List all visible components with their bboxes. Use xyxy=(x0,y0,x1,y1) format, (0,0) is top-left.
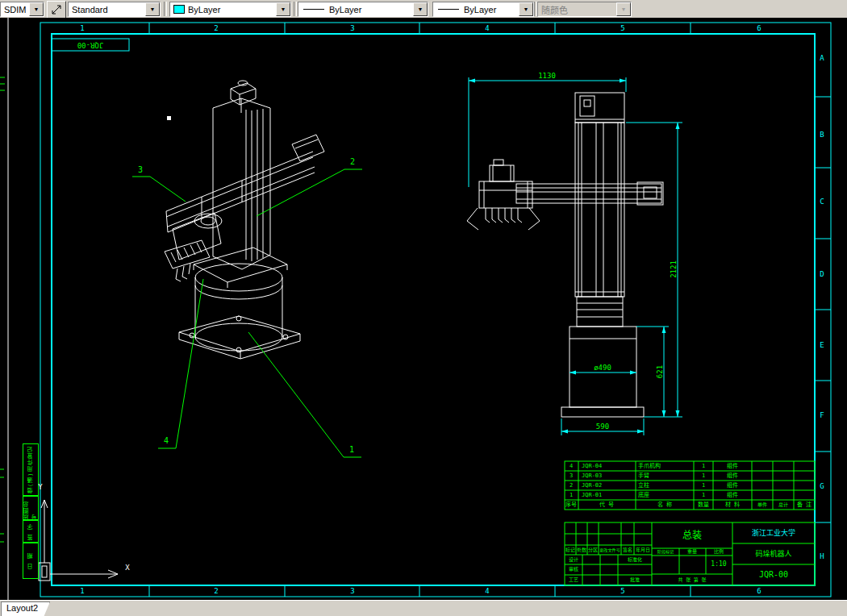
bom-cell-no: 2 xyxy=(570,483,573,489)
tb-sheets: 共 张 第 张 xyxy=(678,577,707,582)
tb-scale-value: 1:10 xyxy=(711,561,726,568)
bom-cell-no: 4 xyxy=(570,464,573,469)
chevron-down-icon[interactable]: ▼ xyxy=(413,2,428,16)
balloon-4: 4 xyxy=(164,437,169,445)
bom-header: 备 注 xyxy=(797,502,812,508)
bom-header: 数量 xyxy=(698,502,709,508)
zone-number: 1 xyxy=(80,588,84,595)
sheet-stamp: JQR-00 xyxy=(77,41,104,48)
toolbar-separator xyxy=(164,2,167,16)
tb-label-count: 处数 xyxy=(577,547,586,552)
plot-style-value: 随颜色 xyxy=(538,3,568,16)
bom-header: 材 料 xyxy=(725,502,740,508)
tb-label-change-doc: 更改文件号 xyxy=(599,547,620,551)
bom-cell-qty: 1 xyxy=(702,493,705,498)
lineweight-sample-icon xyxy=(438,9,459,10)
tb-label-zone: 分区 xyxy=(588,547,598,552)
tb-label-process: 工艺 xyxy=(569,577,578,582)
bom-cell-name: 底座 xyxy=(638,493,649,498)
zone-number: 6 xyxy=(757,588,761,595)
bom-header: 代 号 xyxy=(599,502,614,508)
zone-letter: C xyxy=(820,198,824,206)
margin-cell: 借(通)用件登记 xyxy=(23,443,39,497)
zone-number: 3 xyxy=(350,588,354,595)
chevron-down-icon[interactable]: ▼ xyxy=(519,2,533,16)
bom-cell-no: 3 xyxy=(570,473,573,479)
zone-number: 4 xyxy=(485,588,489,595)
zone-letter: G xyxy=(820,483,824,490)
zone-number: 3 xyxy=(350,25,354,32)
dim-style-combo[interactable]: SDIM ▼ xyxy=(0,2,44,17)
color-combo[interactable]: ByLayer ▼ xyxy=(169,2,291,17)
bom-cell-name: 手爪机构 xyxy=(638,464,661,469)
tb-product-name: 码垛机器人 xyxy=(755,551,791,558)
bom-header: 序号 xyxy=(565,502,577,508)
dimension-arrows xyxy=(469,79,680,434)
zone-number: 4 xyxy=(485,25,489,32)
margin-cell: 日 期 xyxy=(23,542,39,579)
tb-label-weight: 重量 xyxy=(687,549,697,554)
plot-style-combo: 随颜色 ▼ xyxy=(537,2,632,17)
layout-tabs-bar: Layout2 xyxy=(0,600,847,616)
bom-cell-code: JQR-03 xyxy=(582,473,602,479)
zone-letter: F xyxy=(820,412,824,419)
chevron-down-icon[interactable]: ▼ xyxy=(29,2,44,16)
tb-label-approve: 批准 xyxy=(630,577,640,582)
zone-letter: D xyxy=(820,271,824,278)
bom-cell-material: 组件 xyxy=(727,473,738,479)
zone-number: 1 xyxy=(80,25,84,32)
drawing-geometry xyxy=(0,18,847,601)
bom-cell-code: JQR-01 xyxy=(582,493,602,498)
dim-overall-height: 2121 xyxy=(670,260,678,278)
bom-cell-material: 组件 xyxy=(727,483,738,489)
dimension-style-icon xyxy=(51,4,62,15)
properties-toolbar: SDIM ▼ Standard ▼ ByLayer ▼ ByLayer ▼ xyxy=(0,0,847,19)
tb-label-mark: 标记 xyxy=(565,547,575,552)
bom-cell-material: 组件 xyxy=(727,464,738,469)
tb-label-check: 审核 xyxy=(569,567,578,572)
dim-base-width: 590 xyxy=(596,423,609,431)
toolbar-separator xyxy=(294,2,297,16)
bom-cell-qty: 1 xyxy=(702,464,705,469)
drawing-canvas[interactable]: 1 2 3 4 5 6 1 2 3 4 5 6 A B C D E F G H … xyxy=(0,18,847,601)
dim-top-width: 1130 xyxy=(538,73,556,80)
balloon-2: 2 xyxy=(350,158,355,166)
text-style-combo[interactable]: Standard ▼ xyxy=(68,2,161,17)
zone-letter: H xyxy=(820,553,824,560)
bom-cell-code: JQR-02 xyxy=(582,483,602,489)
bom-header: 单件 xyxy=(757,502,767,507)
dim-base-diameter: ø490 xyxy=(594,364,611,372)
ucs-x-label: X xyxy=(125,564,129,572)
dim-base-height: 621 xyxy=(657,365,664,378)
color-swatch-cyan xyxy=(173,5,185,14)
bom-cell-name: 手臂 xyxy=(638,473,649,479)
iso-view-geometry xyxy=(165,81,324,359)
chevron-down-icon: ▼ xyxy=(616,2,631,16)
zone-number: 5 xyxy=(620,588,624,595)
chevron-down-icon[interactable]: ▼ xyxy=(145,2,160,16)
tb-label-design: 设计 xyxy=(569,557,578,562)
bom-cell-code: JQR-04 xyxy=(582,464,602,469)
lineweight-combo[interactable]: ByLayer ▼ xyxy=(432,2,534,17)
margin-cell: 底图总号 xyxy=(23,495,39,521)
color-value: ByLayer xyxy=(188,5,220,15)
bom-cell-qty: 1 xyxy=(702,473,705,479)
tb-label-sign: 签名 xyxy=(623,547,632,552)
tb-label-standardize: 标准化 xyxy=(628,557,642,562)
tab-layout2[interactable]: Layout2 xyxy=(1,601,50,616)
chevron-down-icon[interactable]: ▼ xyxy=(276,2,290,16)
tb-drawing-number: JQR-00 xyxy=(759,571,788,579)
zone-number: 6 xyxy=(757,25,761,32)
balloon-leaders xyxy=(132,169,362,457)
dim-style-manager-button[interactable] xyxy=(47,1,66,19)
tb-label-scale: 比例 xyxy=(714,549,724,554)
tb-organization: 浙江工业大学 xyxy=(752,530,795,537)
linetype-combo[interactable]: ByLayer ▼ xyxy=(298,2,428,17)
zone-letter: E xyxy=(820,342,824,349)
zone-letter: A xyxy=(820,55,824,62)
bom-header: 总计 xyxy=(778,502,788,507)
text-style-value: Standard xyxy=(69,5,108,15)
left-margin-specks xyxy=(0,77,5,542)
bom-cell-qty: 1 xyxy=(702,483,705,489)
bom-header: 名 称 xyxy=(657,502,672,508)
